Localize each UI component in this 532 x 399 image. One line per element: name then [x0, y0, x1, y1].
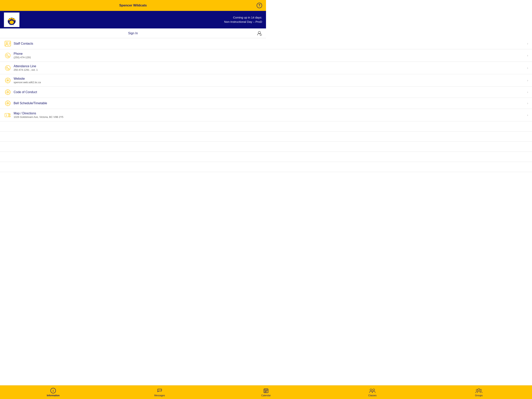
- list-item-map-directions[interactable]: Map / Directions 1026 Goldstream Ave, Vi…: [0, 109, 266, 121]
- phone-icon: [4, 53, 12, 58]
- signin-bar: Sign In ⚙: [0, 28, 266, 38]
- top-bar: Spencer Wildcats ?: [0, 0, 266, 11]
- list-item-attendance[interactable]: Attendance Line 250-474-1291 , ext. 1 ›: [0, 62, 266, 74]
- wildcats-logo-svg: Wildcats: [5, 13, 19, 26]
- signin-link[interactable]: Sign In: [128, 32, 138, 35]
- svg-point-4: [12, 18, 14, 19]
- list-item-phone[interactable]: Phone (250) 474-1291 ›: [0, 49, 266, 62]
- help-button[interactable]: ?: [257, 3, 262, 8]
- map-directions-title: Map / Directions: [14, 112, 266, 115]
- list-item-code-of-conduct[interactable]: Code of Conduct ›: [0, 87, 266, 98]
- svg-point-3: [10, 18, 12, 19]
- website-icon: [4, 78, 12, 83]
- empty-row-4: [0, 152, 266, 162]
- svg-point-16: [5, 65, 10, 71]
- coming-up-banner: Coming up in 14 days: Non-Instructional …: [224, 15, 262, 24]
- map-directions-icon: [4, 112, 12, 118]
- svg-text:⚙: ⚙: [260, 34, 261, 35]
- empty-row-1: [0, 121, 266, 131]
- list-item-website[interactable]: Website spencer.web.sd62.bc.ca ›: [0, 74, 266, 87]
- phone-title: Phone: [14, 52, 266, 56]
- website-title: Website: [14, 77, 266, 80]
- svg-point-11: [6, 42, 8, 44]
- user-settings-icon[interactable]: ⚙: [257, 31, 262, 36]
- staff-contacts-icon: [4, 41, 12, 46]
- attendance-subtitle: 250-474-1291 , ext. 1: [14, 68, 266, 71]
- svg-point-22: [10, 116, 10, 116]
- phone-subtitle: (250) 474-1291: [14, 56, 266, 59]
- main-content: Staff Contacts › Phone (250) 474-1291 › …: [0, 38, 266, 200]
- empty-row-3: [0, 142, 266, 152]
- website-subtitle: spencer.web.sd62.bc.ca: [14, 81, 266, 84]
- school-header: Wildcats Coming up in 14 days: Non-Instr…: [0, 11, 266, 28]
- code-of-conduct-title: Code of Conduct: [14, 90, 266, 94]
- svg-text:Wildcats: Wildcats: [9, 24, 14, 26]
- svg-point-1: [10, 20, 14, 24]
- attendance-title: Attendance Line: [14, 64, 266, 68]
- list-item-staff-contacts[interactable]: Staff Contacts ›: [0, 38, 266, 49]
- svg-point-15: [5, 53, 10, 58]
- empty-row-2: [0, 131, 266, 142]
- app-title: Spencer Wildcats: [119, 4, 147, 7]
- svg-point-5: [13, 19, 15, 20]
- list-item-bell-schedule[interactable]: Bell Schedule/Timetable ›: [0, 98, 266, 109]
- svg-point-2: [8, 19, 10, 20]
- school-logo: Wildcats: [4, 13, 19, 27]
- code-of-conduct-icon: [4, 90, 12, 95]
- bell-schedule-icon: [4, 101, 12, 106]
- empty-row-5: [0, 162, 266, 172]
- attendance-icon: [4, 65, 12, 71]
- bell-schedule-title: Bell Schedule/Timetable: [14, 102, 266, 105]
- map-directions-subtitle: 1026 Goldstream Ave, Victoria, BC V9B 2Y…: [14, 116, 266, 118]
- staff-contacts-title: Staff Contacts: [14, 42, 266, 45]
